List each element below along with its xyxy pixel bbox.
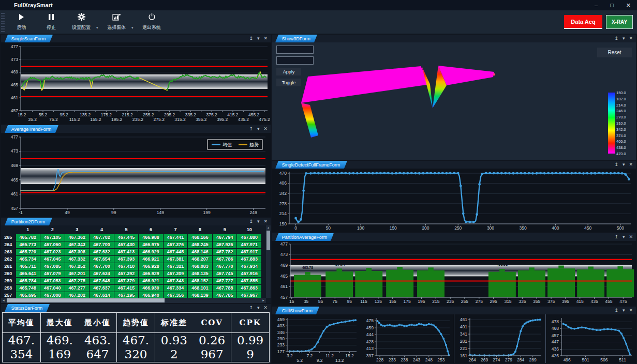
minimize-button[interactable]: – bbox=[595, 0, 598, 10]
svg-text:75: 75 bbox=[333, 299, 338, 304]
svg-text:135.2: 135.2 bbox=[80, 112, 91, 117]
close-icon[interactable]: ✕ bbox=[263, 125, 268, 133]
table-cell: 467.413 bbox=[114, 248, 139, 255]
table-cell: 465.782 bbox=[16, 234, 40, 241]
data-acq-button[interactable]: Data Acq bbox=[564, 15, 602, 29]
panel-tab[interactable]: StatusBarForm bbox=[5, 304, 50, 312]
close-icon[interactable]: ✕ bbox=[263, 304, 268, 312]
toggle-button[interactable]: Toggle bbox=[276, 79, 301, 86]
column-header: 1 bbox=[16, 225, 40, 234]
stat-value-min: 463.647 bbox=[79, 333, 117, 362]
dock-pin-icon[interactable]: ↥ bbox=[249, 304, 253, 312]
svg-text:468: 468 bbox=[552, 326, 559, 331]
table-cell: 467.252 bbox=[65, 263, 90, 270]
colorbar-label: 214.0 bbox=[616, 102, 626, 107]
chevron-down-icon[interactable]: ▾ bbox=[623, 307, 625, 314]
vertical-scrollbar[interactable]: ▴ bbox=[266, 225, 271, 298]
table-row: 262465.734467.045467.332467.654467.39346… bbox=[1, 255, 262, 263]
svg-text:235.2: 235.2 bbox=[132, 117, 144, 122]
svg-text:346: 346 bbox=[277, 330, 285, 335]
chevron-down-icon[interactable]: ▾ bbox=[623, 233, 625, 241]
cliff-chart-4: 478468457447436426496501506511 bbox=[546, 314, 636, 363]
select-form-button[interactable]: 选择窗体 bbox=[101, 10, 131, 34]
row-header: 262 bbox=[1, 255, 16, 263]
close-button[interactable]: ✕ bbox=[626, 0, 631, 10]
toolbar: 启动 停止 设置配置 ▾ 选择窗体 ▾ 退出系统 Data Acq X-RAY bbox=[0, 10, 637, 34]
start-button[interactable]: 启动 bbox=[6, 10, 36, 34]
partition-table-header-row: 12345678910 bbox=[1, 225, 262, 234]
toolbar-grip[interactable] bbox=[1, 12, 5, 32]
dock-pin-icon[interactable]: ↥ bbox=[249, 218, 253, 225]
close-icon[interactable]: ✕ bbox=[263, 218, 268, 225]
scroll-right-icon[interactable]: ▸ bbox=[261, 298, 266, 303]
horizontal-scrollbar[interactable]: ◂▸ bbox=[1, 298, 266, 303]
close-icon[interactable]: ✕ bbox=[629, 307, 633, 314]
table-cell: 467.415 bbox=[114, 284, 139, 292]
close-icon[interactable]: ✕ bbox=[263, 35, 268, 42]
svg-text:200: 200 bbox=[422, 225, 429, 231]
scrollbar-thumb[interactable] bbox=[266, 231, 270, 250]
svg-text:233: 233 bbox=[277, 342, 285, 347]
chevron-down-icon[interactable]: ▾ bbox=[257, 304, 260, 312]
settings-dropdown-caret[interactable]: ▾ bbox=[96, 26, 101, 30]
close-icon[interactable]: ✕ bbox=[629, 35, 633, 42]
close-icon[interactable]: ✕ bbox=[629, 233, 633, 241]
panel-tab[interactable]: Show3DForm bbox=[275, 35, 317, 42]
panel-tab[interactable]: PartitionAverageForm bbox=[275, 233, 334, 241]
dock-pin-icon[interactable]: ↥ bbox=[614, 35, 618, 42]
table-cell: 465.720 bbox=[16, 248, 40, 255]
panel-tab[interactable]: CliffShowForm bbox=[275, 307, 319, 314]
dock-pin-icon[interactable]: ↥ bbox=[249, 35, 253, 42]
svg-text:214: 214 bbox=[279, 211, 287, 216]
svg-text:477: 477 bbox=[11, 44, 18, 49]
close-icon[interactable]: ✕ bbox=[629, 161, 633, 169]
panel-tab[interactable]: SingleDetectFullFrameForm bbox=[275, 161, 347, 169]
xray-button[interactable]: X-RAY bbox=[606, 15, 633, 29]
param-input-1[interactable] bbox=[276, 46, 314, 54]
stop-button[interactable]: 停止 bbox=[36, 10, 66, 34]
chevron-down-icon[interactable]: ▾ bbox=[257, 35, 260, 42]
panel-header: PartitionAverageForm ↥▾✕ bbox=[272, 233, 636, 241]
table-cell: 468.245 bbox=[188, 241, 213, 248]
stat-header-cov: COV bbox=[193, 313, 231, 333]
apply-button[interactable]: Apply bbox=[276, 68, 301, 75]
corner-cell bbox=[1, 225, 16, 234]
row-header: 265 bbox=[1, 234, 16, 241]
svg-text:457: 457 bbox=[552, 333, 559, 338]
svg-text:436: 436 bbox=[552, 346, 559, 352]
scroll-left-icon[interactable]: ◂ bbox=[1, 298, 6, 303]
reset-button[interactable]: Reset bbox=[597, 48, 632, 57]
svg-text:375.2: 375.2 bbox=[206, 112, 218, 117]
dock-pin-icon[interactable]: ↥ bbox=[614, 233, 618, 241]
scrollbar-thumb[interactable] bbox=[7, 298, 165, 302]
dock-pin-icon[interactable]: ↥ bbox=[614, 161, 618, 169]
exit-system-button[interactable]: 退出系统 bbox=[137, 10, 167, 34]
table-cell: 467.343 bbox=[65, 241, 90, 248]
svg-text:406: 406 bbox=[279, 180, 287, 186]
panel-cliff-show: CliffShowForm ↥▾✕ 4594033462902331773.25… bbox=[272, 307, 636, 363]
panel-tab[interactable]: Partition2DForm bbox=[5, 218, 52, 225]
svg-text:459: 459 bbox=[366, 325, 374, 330]
svg-text:13.2: 13.2 bbox=[335, 358, 344, 363]
svg-text:221: 221 bbox=[460, 346, 467, 351]
maximize-button[interactable]: □ bbox=[610, 0, 614, 10]
table-cell: 467.917 bbox=[237, 248, 262, 255]
surface-3d-plot[interactable] bbox=[272, 42, 636, 160]
dock-pin-icon[interactable]: ↥ bbox=[614, 307, 618, 314]
stat-header-mean: 平均值 bbox=[3, 313, 41, 333]
panel-tab[interactable]: SingleScanForm bbox=[5, 35, 53, 42]
table-row: 260465.641467.079467.201467.634467.39246… bbox=[1, 270, 262, 277]
partition-average-chart: 465.78467.04467.26467.70467.44466.93467.… bbox=[272, 241, 636, 306]
chevron-down-icon[interactable]: ▾ bbox=[257, 125, 260, 133]
panel-tab[interactable]: AverageTrendForm bbox=[5, 125, 58, 133]
settings-button[interactable]: 设置配置 bbox=[66, 10, 96, 34]
chevron-down-icon[interactable]: ▾ bbox=[623, 161, 625, 169]
svg-text:175.2: 175.2 bbox=[101, 112, 112, 117]
dock-pin-icon[interactable]: ↥ bbox=[249, 125, 253, 133]
chevron-down-icon[interactable]: ▾ bbox=[257, 218, 260, 225]
cliff-chart-2: 475459444428413397228233238243248253 bbox=[361, 314, 454, 363]
param-input-2[interactable] bbox=[276, 56, 314, 65]
chevron-down-icon[interactable]: ▾ bbox=[623, 35, 625, 42]
select-form-dropdown-caret[interactable]: ▾ bbox=[131, 26, 137, 30]
table-cell: 466.928 bbox=[139, 263, 164, 270]
